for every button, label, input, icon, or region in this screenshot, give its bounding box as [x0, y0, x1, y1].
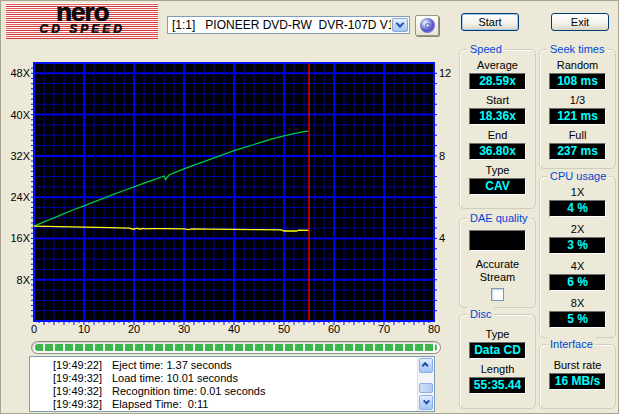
progress-bar-fill [35, 344, 437, 351]
svg-text:60: 60 [328, 323, 340, 335]
log-list[interactable]: [19:49:22] Eject time: 1.37 seconds [19:… [29, 356, 435, 412]
svg-text:24X: 24X [10, 191, 30, 203]
seek-third-value: 121 ms [549, 108, 606, 125]
drive-select[interactable]: [1:1] PIONEER DVD-RW DVR-107D V1.10 [167, 16, 410, 34]
log-message: Elapsed Time: 0:11 [112, 398, 208, 411]
speed-average-value: 28.59x [469, 73, 526, 90]
chart-canvas: 48X40X32X24X16X8X24201612840102030405060… [1, 45, 456, 341]
dae-quality-panel: DAE quality Accurate Stream [459, 218, 536, 308]
seek-full-label: Full [540, 129, 615, 141]
disc-info-button[interactable] [415, 15, 439, 36]
svg-text:40: 40 [228, 323, 240, 335]
log-time: [19:49:32] [44, 385, 102, 398]
scroll-track[interactable] [418, 374, 434, 394]
cpu-2x-label: 2X [540, 223, 615, 235]
svg-text:80: 80 [428, 323, 440, 335]
svg-text:16X: 16X [10, 232, 30, 244]
cpu-usage-panel: CPU usage 1X 4 % 2X 3 % 4X 6 % 8X 5 % [539, 176, 616, 338]
speed-start-value: 18.36x [469, 108, 526, 125]
log-entry[interactable]: [19:49:32] Elapsed Time: 0:11 [44, 398, 417, 411]
log-message: Recognition time: 0.01 seconds [112, 385, 265, 398]
drive-select-value: [1:1] PIONEER DVD-RW DVR-107D V1.10 [168, 18, 391, 32]
svg-text:50: 50 [278, 323, 290, 335]
svg-text:12: 12 [439, 67, 451, 79]
log-message: Load time: 10.01 seconds [112, 372, 238, 385]
seek-full-value: 237 ms [549, 143, 606, 160]
cpu-4x-label: 4X [540, 260, 615, 272]
seek-random-value: 108 ms [549, 73, 606, 90]
benchmark-chart: 48X40X32X24X16X8X24201612840102030405060… [1, 45, 456, 341]
disc-length-value: 55:35.44 [469, 377, 526, 394]
logo-cdspeed-text: CD SPEED [6, 23, 158, 36]
speed-panel: Speed Average 28.59x Start 18.36x End 36… [459, 49, 536, 209]
svg-text:4: 4 [439, 232, 445, 244]
burst-rate-value: 16 MB/s [549, 373, 606, 390]
logo-nero-text: nero [6, 3, 158, 23]
cpu-8x-value: 5 % [549, 311, 606, 328]
seek-random-label: Random [540, 59, 615, 71]
cpu-2x-value: 3 % [549, 237, 606, 254]
exit-button[interactable]: Exit [551, 13, 609, 31]
disc-type-value: Data CD [469, 342, 526, 359]
log-entry[interactable]: [19:49:32] Recognition time: 0.01 second… [44, 385, 417, 398]
dae-quality-title: DAE quality [467, 211, 530, 225]
nero-cd-speed-window: nero CD SPEED [1:1] PIONEER DVD-RW DVR-1… [0, 0, 619, 414]
chevron-down-icon [422, 398, 429, 405]
scroll-thumb[interactable] [419, 383, 433, 393]
start-button[interactable]: Start [461, 13, 519, 31]
svg-text:20: 20 [128, 323, 140, 335]
svg-text:10: 10 [78, 323, 90, 335]
chevron-down-icon [396, 19, 404, 27]
svg-text:8: 8 [439, 150, 445, 162]
speed-start-label: Start [460, 94, 535, 106]
dropdown-arrow-button[interactable] [392, 18, 408, 32]
log-entry[interactable]: [19:49:22] Eject time: 1.37 seconds [44, 359, 417, 372]
scroll-up-button[interactable] [419, 358, 433, 373]
cpu-1x-value: 4 % [549, 200, 606, 217]
seek-times-title: Seek times [547, 42, 607, 56]
svg-text:48X: 48X [10, 67, 30, 79]
seek-third-label: 1/3 [540, 94, 615, 106]
cd-disc-icon [420, 18, 435, 33]
speed-average-label: Average [460, 59, 535, 71]
svg-text:0: 0 [31, 323, 37, 335]
log-time: [19:49:32] [44, 372, 102, 385]
speed-end-label: End [460, 129, 535, 141]
log-entry[interactable]: [19:49:32] Load time: 10.01 seconds [44, 372, 417, 385]
speed-end-value: 36.80x [469, 143, 526, 160]
progress-bar [31, 341, 441, 354]
speed-type-label: Type [460, 164, 535, 176]
speed-type-value: CAV [469, 178, 526, 195]
cpu-8x-label: 8X [540, 297, 615, 309]
accurate-stream-checkbox[interactable] [491, 288, 504, 301]
disc-type-label: Type [460, 328, 535, 340]
log-time: [19:49:32] [44, 398, 102, 411]
svg-text:70: 70 [378, 323, 390, 335]
cpu-4x-value: 6 % [549, 274, 606, 291]
svg-text:8X: 8X [17, 274, 31, 286]
interface-panel-title: Interface [547, 337, 596, 351]
svg-text:40X: 40X [10, 109, 30, 121]
disc-panel: Disc Type Data CD Length 55:35.44 [459, 314, 536, 409]
nero-cd-speed-logo: nero CD SPEED [6, 3, 158, 39]
accurate-stream-label-line1: Accurate [460, 258, 535, 271]
chevron-up-icon [421, 362, 428, 369]
burst-rate-label: Burst rate [540, 359, 615, 371]
log-scrollbar[interactable] [417, 357, 434, 411]
disc-panel-title: Disc [467, 307, 494, 321]
disc-length-label: Length [460, 363, 535, 375]
log-message: Eject time: 1.37 seconds [112, 359, 232, 372]
svg-text:32X: 32X [10, 150, 30, 162]
cpu-1x-label: 1X [540, 186, 615, 198]
svg-text:30: 30 [178, 323, 190, 335]
dae-quality-value [469, 230, 526, 251]
accurate-stream-label-line2: Stream [460, 271, 535, 284]
scroll-down-button[interactable] [419, 395, 433, 410]
interface-panel: Interface Burst rate 16 MB/s [539, 344, 616, 409]
log-time: [19:49:22] [44, 359, 102, 372]
cpu-usage-title: CPU usage [547, 169, 609, 183]
seek-times-panel: Seek times Random 108 ms 1/3 121 ms Full… [539, 49, 616, 169]
speed-panel-title: Speed [467, 42, 505, 56]
